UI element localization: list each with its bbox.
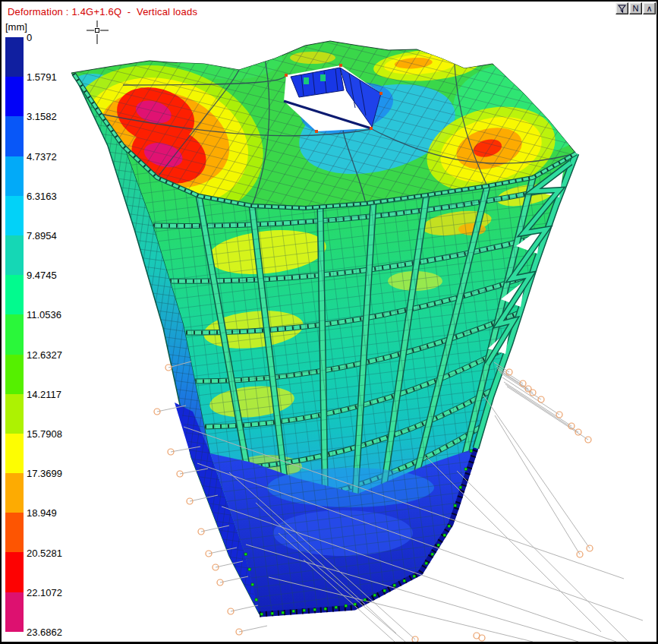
viewport-canvas[interactable]: Deformation : 1.4G+1.6Q - Vertical loads… [0, 0, 658, 644]
view-toolbar: N ∧ [615, 2, 656, 14]
legend-tick-label: 17.3699 [27, 468, 62, 479]
legend-tick-label: 20.5281 [27, 548, 62, 559]
legend-tick-label: 11.0536 [27, 309, 61, 320]
legend-band [5, 156, 24, 196]
legend-band [5, 434, 24, 473]
filter-icon [618, 5, 626, 13]
legend-tick-label: 23.6862 [27, 627, 62, 638]
legend-tick-label: 0 [27, 32, 32, 43]
model-3d-view[interactable] [2, 2, 656, 642]
legend-band [5, 77, 24, 116]
legend-band [5, 355, 24, 394]
result-title: Deformation : 1.4G+1.6Q - Vertical loads [8, 6, 197, 17]
legend-tick-label: 3.1582 [27, 111, 57, 122]
crosshair-cursor [87, 21, 109, 44]
legend-tick-label: 4.7372 [27, 151, 57, 163]
legend-tick-label: 22.1072 [27, 587, 62, 598]
legend-band [5, 513, 24, 552]
n-view-icon: N [633, 5, 639, 13]
axo-view-icon: ∧ [646, 5, 652, 13]
axo-view-button[interactable]: ∧ [643, 2, 656, 14]
legend-tick-label: 15.7908 [27, 428, 62, 440]
legend-band [5, 196, 24, 235]
legend-tick-label: 14.2117 [27, 389, 61, 400]
legend-tick-label: 1.5791 [27, 71, 57, 83]
n-view-button[interactable]: N [629, 2, 642, 14]
legend-band [5, 552, 24, 592]
filter-button[interactable] [615, 2, 628, 14]
legend-tick-label: 7.8954 [27, 230, 57, 242]
legend-band [5, 37, 24, 77]
legend-tick-label: 6.3163 [27, 191, 57, 202]
legend-band [5, 592, 24, 632]
legend-band [5, 235, 24, 275]
legend-colorbar [5, 37, 24, 632]
legend-tick-label: 12.6327 [27, 349, 62, 361]
legend-band [5, 473, 24, 513]
legend-tick-label: 9.4745 [27, 270, 57, 281]
legend-band [5, 275, 24, 314]
legend-band [5, 394, 24, 434]
legend-tick-label: 18.949 [27, 507, 57, 519]
legend-band [5, 116, 24, 156]
unit-label: [mm] [5, 21, 27, 33]
legend-band [5, 314, 24, 354]
legend-labels: 01.57913.15824.73726.31637.89549.474511.… [27, 37, 80, 634]
